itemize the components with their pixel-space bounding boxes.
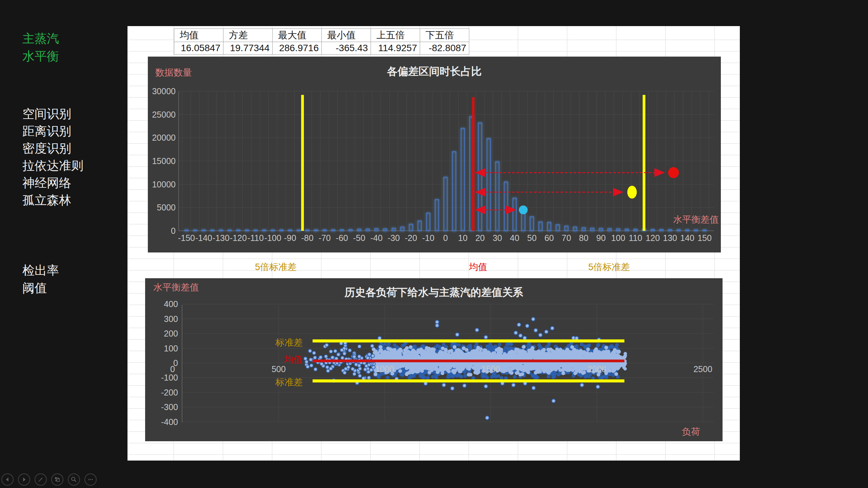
svg-text:-10: -10 [422, 233, 434, 243]
more-options-button[interactable] [84, 473, 97, 486]
method-item: 神经网络 [22, 174, 83, 191]
svg-text:100: 100 [611, 233, 625, 243]
stat-header-cell: 最大值 [273, 29, 322, 42]
svg-text:0: 0 [171, 226, 176, 236]
histogram-bar [660, 229, 663, 231]
svg-text:-90: -90 [284, 233, 296, 243]
histogram-bar [677, 230, 680, 231]
ellipsis-icon [86, 475, 95, 484]
svg-text:80: 80 [579, 233, 589, 243]
method-item: 空间识别 [22, 105, 83, 122]
svg-text:20000: 20000 [152, 133, 176, 142]
svg-text:70: 70 [562, 233, 571, 243]
histogram-bar [349, 230, 352, 231]
stat-value-cell: 16.05847 [174, 42, 223, 55]
slide-heading-line: 水平衡 [22, 47, 59, 65]
scatter-chart: 4003002001000-100-200-300-40005001000150… [145, 278, 723, 441]
histogram-bar [289, 230, 292, 231]
histogram-bar [357, 229, 361, 231]
histogram-bar [478, 123, 482, 231]
histogram-bar [565, 226, 568, 231]
histogram-ylabel: 数据数量 [155, 66, 192, 79]
presenter-controls [1, 473, 97, 486]
histogram-bar [185, 230, 188, 231]
svg-text:-300: -300 [161, 402, 178, 412]
mean-label: 均值 [459, 261, 497, 273]
svg-text:100: 100 [164, 344, 178, 353]
svg-text:120: 120 [646, 233, 660, 243]
stat-header-cell: 下五倍 [420, 29, 469, 42]
svg-text:15000: 15000 [152, 156, 176, 166]
histogram-title: 各偏差区间时长占比 [148, 64, 721, 79]
svg-text:-40: -40 [370, 233, 382, 243]
stat-value-cell: 286.9716 [273, 42, 322, 55]
svg-text:0: 0 [443, 233, 448, 243]
histogram-bar [228, 230, 231, 231]
method-item: 密度识别 [22, 140, 83, 157]
svg-text:1500: 1500 [481, 364, 500, 374]
method-item: 拉依达准则 [22, 157, 83, 174]
see-all-slides-button[interactable] [51, 473, 63, 486]
svg-text:500: 500 [272, 364, 286, 374]
svg-text:-150: -150 [178, 233, 195, 243]
histogram-bar [193, 230, 197, 231]
previous-slide-button[interactable] [1, 473, 14, 486]
histogram-bar [254, 230, 257, 231]
svg-text:130: 130 [663, 233, 677, 243]
slides-overview-icon [53, 475, 61, 484]
svg-text:140: 140 [680, 233, 694, 243]
pen-icon [37, 475, 45, 484]
histogram-bar [366, 229, 370, 231]
svg-text:-20: -20 [405, 233, 417, 243]
histogram-bar [435, 200, 439, 231]
histogram-bar [392, 228, 395, 231]
histogram-bar [332, 230, 335, 231]
sd-top-label: 标准差 [275, 337, 303, 349]
histogram-bar [616, 229, 620, 231]
zoom-button[interactable] [68, 473, 80, 486]
svg-text:-100: -100 [264, 233, 281, 243]
svg-text:60: 60 [545, 233, 554, 243]
histogram-bar [271, 230, 275, 231]
histogram-bar [211, 230, 214, 231]
svg-text:150: 150 [697, 233, 712, 243]
scatter-plot: 4003002001000-100-200-300-40005001000150… [145, 278, 723, 441]
pen-tool-button[interactable] [35, 473, 47, 486]
svg-text:2500: 2500 [693, 364, 712, 374]
histogram-bar [521, 212, 525, 231]
previous-arrow-icon [3, 475, 12, 484]
histogram-bar [245, 230, 249, 231]
svg-text:50: 50 [527, 233, 537, 243]
svg-text:-70: -70 [318, 233, 331, 243]
scatter-ylabel: 水平衡差值 [153, 281, 199, 293]
slide-heading: 主蒸汽水平衡 [22, 30, 59, 65]
histogram-bar [694, 230, 698, 231]
presentation-slide: 主蒸汽水平衡 空间识别距离识别密度识别拉依达准则神经网络孤立森林 检出率阈值 均… [0, 0, 868, 488]
histogram-bar [668, 230, 672, 231]
histogram-bar [452, 152, 456, 231]
scatter-title: 历史各负荷下给水与主蒸汽的差值关系 [145, 285, 723, 300]
svg-text:400: 400 [164, 299, 178, 309]
annotation-marker [519, 205, 528, 214]
histogram-bar [262, 230, 266, 231]
histogram-bar [461, 128, 465, 231]
histogram-bar [556, 225, 559, 231]
sd5-left-label: 5倍标准差 [255, 261, 313, 273]
scatter-xlabel: 负荷 [670, 426, 700, 438]
next-slide-button[interactable] [18, 473, 30, 486]
histogram-bar [582, 228, 585, 231]
histogram-bar [504, 182, 508, 231]
histogram-bar [651, 229, 654, 231]
histogram-bar [237, 230, 240, 231]
histogram-bar [703, 230, 706, 231]
svg-text:-100: -100 [161, 373, 178, 382]
histogram-bar [401, 227, 404, 231]
histogram-bar [418, 221, 421, 231]
sd-bottom-label: 标准差 [275, 376, 303, 388]
histogram-bar [202, 230, 205, 231]
histogram-bar [625, 229, 629, 231]
histogram-bar [280, 230, 283, 231]
histogram-bar [548, 222, 551, 231]
histogram-bar [409, 224, 413, 231]
stat-header-cell: 最小值 [322, 29, 371, 42]
